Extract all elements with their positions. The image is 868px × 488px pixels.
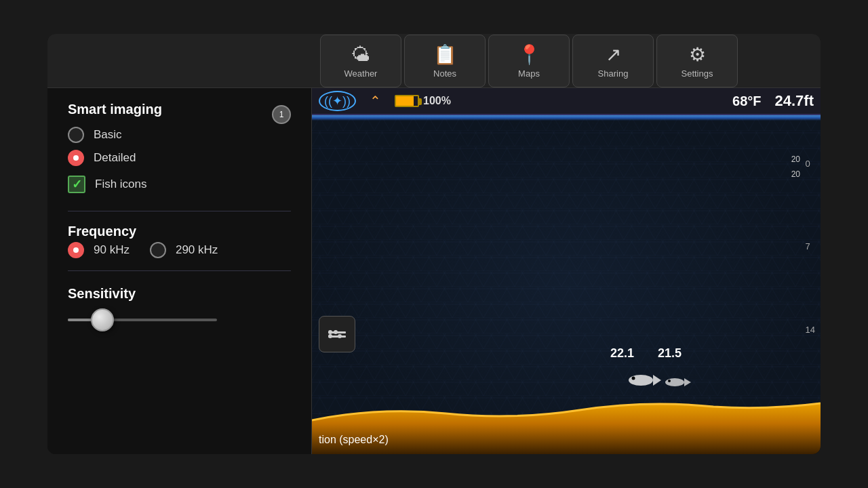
filter-line-2 [328, 336, 346, 338]
corner-depth-area: 20 20 [791, 152, 800, 182]
fish-depth-2: 21.5 [658, 346, 682, 361]
fish-icons-svg [624, 367, 705, 394]
speed-label: tion (speed×2) [319, 434, 389, 445]
90khz-label: 90 kHz [94, 243, 130, 257]
sonar-background: 0 7 14 20 [312, 115, 821, 454]
maps-label: Maps [518, 68, 540, 79]
bluetooth-icon: ((✦)) [319, 91, 356, 111]
svg-point-5 [668, 380, 671, 382]
weather-label: Weather [344, 68, 378, 79]
divider-1 [68, 211, 291, 211]
frequency-section: Frequency 90 kHz 290 kHz [68, 224, 291, 258]
detailed-option[interactable]: Detailed [68, 150, 291, 166]
battery-pct: 100% [423, 95, 451, 107]
detailed-label: Detailed [94, 151, 136, 165]
corner-depth-20-sub: 20 [791, 167, 800, 182]
settings-label: Settings [682, 68, 713, 79]
smart-imaging-header: Smart imaging 1 [68, 102, 291, 127]
fish-labels-container: 22.1 21.5 [624, 367, 705, 396]
filter-line-1 [328, 331, 346, 333]
temperature-display: 68°F [732, 94, 761, 109]
sensitivity-slider-thumb[interactable] [91, 308, 114, 331]
svg-point-0 [629, 375, 653, 386]
main-content: Smart imaging 1 Basic Detailed [47, 88, 821, 454]
smart-imaging-title: Smart imaging [68, 102, 162, 117]
sonar-status-bar: ((✦)) ⌃ 100% 68°F 24.7ft [312, 88, 821, 115]
corner-depth-20-label: 20 [791, 152, 800, 167]
sharing-icon: ↗ [606, 43, 621, 66]
sonar-view: 0 7 14 20 [312, 115, 821, 454]
maps-icon: 📍 [517, 43, 541, 66]
notes-button[interactable]: 📋 Notes [404, 35, 486, 87]
fish-depth-1: 22.1 [610, 346, 634, 361]
depth-mark-14: 14 [806, 325, 815, 335]
90khz-radio[interactable] [68, 242, 84, 258]
290khz-option[interactable]: 290 kHz [150, 242, 218, 258]
sonar-panel: ((✦)) ⌃ 100% 68°F 24.7ft 0 7 [312, 88, 821, 454]
settings-button[interactable]: ⚙ Settings [656, 35, 738, 87]
water-surface [312, 115, 821, 121]
smart-imaging-section: Smart imaging 1 Basic Detailed [68, 102, 291, 199]
fish-group: 22.1 21.5 [624, 367, 705, 396]
depth-mark-7: 7 [806, 241, 815, 251]
smart-imaging-toggle[interactable]: 1 [272, 105, 291, 124]
screen-container: 🌤 Weather 📋 Notes 📍 Maps ↗ Sharing ⚙ Set… [47, 34, 821, 454]
top-nav: 🌤 Weather 📋 Notes 📍 Maps ↗ Sharing ⚙ Set… [47, 34, 821, 88]
fish-icons-option[interactable]: ✓ Fish icons [68, 176, 291, 193]
290khz-label: 290 kHz [176, 243, 218, 257]
sensitivity-slider-container [68, 310, 291, 330]
sharing-button[interactable]: ↗ Sharing [572, 35, 654, 87]
battery-icon [395, 95, 419, 107]
battery-area: 100% [395, 95, 451, 107]
sensitivity-slider-track[interactable] [68, 319, 217, 321]
basic-option[interactable]: Basic [68, 127, 291, 143]
filter-button[interactable] [319, 316, 355, 352]
svg-point-2 [632, 377, 635, 380]
frequency-title: Frequency [68, 224, 136, 239]
sensitivity-title: Sensitivity [68, 286, 136, 301]
sharing-label: Sharing [598, 68, 629, 79]
chevron-up-icon: ⌃ [370, 93, 381, 109]
basic-label: Basic [94, 128, 122, 142]
checkmark-icon: ✓ [72, 177, 82, 192]
290khz-radio[interactable] [150, 242, 166, 258]
smart-imaging-options: Basic Detailed ✓ Fish icons [68, 127, 291, 193]
notes-label: Notes [433, 68, 456, 79]
fish-icons-checkbox[interactable]: ✓ [68, 176, 85, 193]
svg-point-3 [665, 378, 684, 386]
divider-2 [68, 270, 291, 271]
speed-indicator: tion (speed×2) [319, 434, 389, 446]
detailed-radio[interactable] [68, 150, 84, 166]
settings-icon: ⚙ [689, 43, 706, 66]
weather-button[interactable]: 🌤 Weather [320, 35, 401, 87]
sensitivity-section: Sensitivity [68, 286, 291, 330]
left-panel: Smart imaging 1 Basic Detailed [47, 88, 312, 454]
depth-mark-0: 0 [806, 159, 815, 169]
fish-icons-label: Fish icons [95, 178, 147, 191]
maps-button[interactable]: 📍 Maps [488, 35, 570, 87]
depth-display: 24.7ft [775, 92, 814, 110]
svg-marker-1 [653, 375, 661, 386]
svg-marker-4 [684, 378, 691, 386]
notes-icon: 📋 [433, 43, 457, 66]
basic-radio[interactable] [68, 127, 84, 143]
weather-icon: 🌤 [351, 43, 370, 66]
frequency-options: 90 kHz 290 kHz [68, 242, 291, 258]
90khz-option[interactable]: 90 kHz [68, 242, 130, 258]
